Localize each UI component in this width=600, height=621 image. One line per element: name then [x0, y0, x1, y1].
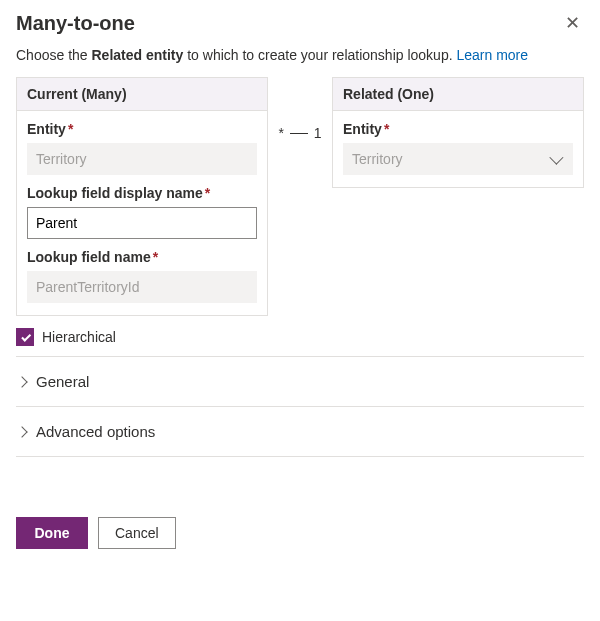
lookup-name-label-text: Lookup field name — [27, 249, 151, 265]
related-card-header: Related (One) — [333, 78, 583, 111]
required-mark: * — [205, 185, 210, 201]
entity-columns: Current (Many) Entity* Territory Lookup … — [16, 77, 584, 316]
general-section-toggle[interactable]: General — [16, 361, 584, 402]
related-entity-label-text: Entity — [343, 121, 382, 137]
panel-title: Many-to-one — [16, 12, 135, 35]
related-entity-field: Entity* Territory — [343, 121, 573, 175]
related-entity-select[interactable]: Territory — [343, 143, 573, 175]
divider — [16, 356, 584, 357]
lookup-display-field: Lookup field display name* — [27, 185, 257, 239]
connector-one: 1 — [314, 125, 322, 141]
lookup-name-field: Lookup field name* ParentTerritoryId — [27, 249, 257, 303]
relationship-connector: * 1 — [268, 125, 332, 141]
divider — [16, 406, 584, 407]
checkmark-icon — [21, 331, 31, 341]
required-mark: * — [68, 121, 73, 137]
panel-header: Many-to-one ✕ — [16, 12, 584, 47]
hierarchical-checkbox[interactable] — [16, 328, 34, 346]
advanced-section-label: Advanced options — [36, 423, 155, 440]
current-card-header: Current (Many) — [17, 78, 267, 111]
lookup-display-label: Lookup field display name* — [27, 185, 257, 201]
current-entity-value: Territory — [27, 143, 257, 175]
hierarchical-label: Hierarchical — [42, 329, 116, 345]
connector-line-icon — [290, 133, 308, 134]
current-entity-field: Entity* Territory — [27, 121, 257, 175]
current-entity-label-text: Entity — [27, 121, 66, 137]
required-mark: * — [384, 121, 389, 137]
lookup-display-input[interactable] — [27, 207, 257, 239]
related-entity-label: Entity* — [343, 121, 573, 137]
intro-suffix: to which to create your relationship loo… — [183, 47, 456, 63]
footer-buttons: Done Cancel — [16, 517, 584, 549]
intro-prefix: Choose the — [16, 47, 92, 63]
lookup-name-label: Lookup field name* — [27, 249, 257, 265]
lookup-display-label-text: Lookup field display name — [27, 185, 203, 201]
related-entity-value: Territory — [352, 151, 403, 167]
current-card: Current (Many) Entity* Territory Lookup … — [16, 77, 268, 316]
chevron-right-icon — [16, 426, 27, 437]
intro-bold: Related entity — [92, 47, 184, 63]
connector-many: * — [278, 125, 283, 141]
close-icon[interactable]: ✕ — [561, 12, 584, 34]
required-mark: * — [153, 249, 158, 265]
general-section-label: General — [36, 373, 89, 390]
advanced-section-toggle[interactable]: Advanced options — [16, 411, 584, 452]
related-card: Related (One) Entity* Territory — [332, 77, 584, 188]
done-button[interactable]: Done — [16, 517, 88, 549]
hierarchical-row: Hierarchical — [16, 328, 584, 346]
chevron-down-icon — [549, 151, 563, 165]
related-card-body: Entity* Territory — [333, 111, 583, 187]
divider — [16, 456, 584, 457]
many-to-one-panel: Many-to-one ✕ Choose the Related entity … — [0, 0, 600, 565]
cancel-button[interactable]: Cancel — [98, 517, 176, 549]
current-card-body: Entity* Territory Lookup field display n… — [17, 111, 267, 315]
lookup-name-value: ParentTerritoryId — [27, 271, 257, 303]
intro-text: Choose the Related entity to which to cr… — [16, 47, 584, 63]
learn-more-link[interactable]: Learn more — [456, 47, 528, 63]
chevron-right-icon — [16, 376, 27, 387]
current-entity-label: Entity* — [27, 121, 257, 137]
